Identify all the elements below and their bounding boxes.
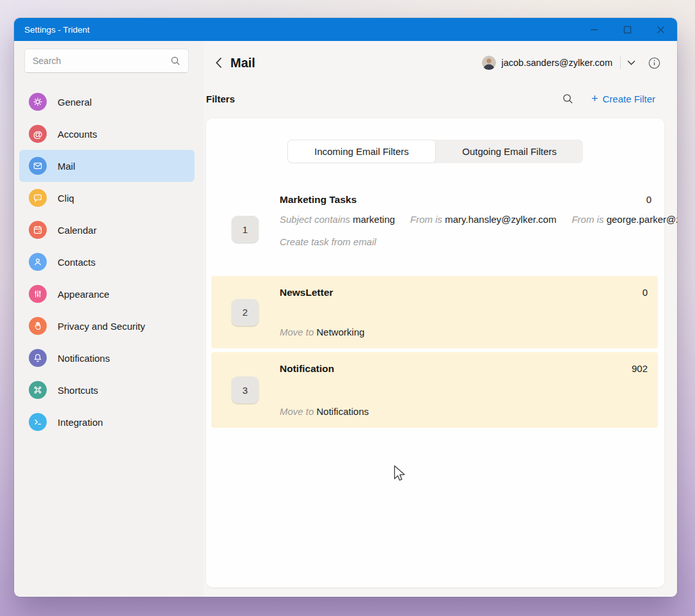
person-icon [29,253,47,271]
filter-name: Marketing Tasks [280,194,356,206]
sidebar-item-label: Appearance [58,289,109,300]
filter-name: NewsLetter [280,287,333,298]
envelope-icon [29,157,47,175]
sidebar-item-notifications[interactable]: Notifications [19,342,195,374]
sidebar-item-label: Cliq [58,193,74,204]
condition-label: Subject contains [280,214,350,225]
account-email: jacob.sanders@zylker.com [502,58,612,68]
sidebar-item-integration[interactable]: Integration [19,406,195,438]
filters-heading: Filters [206,93,235,104]
sidebar-item-general[interactable]: General [19,86,195,118]
maximize-button[interactable] [611,18,644,41]
sidebar-item-label: Mail [58,161,76,172]
condition-value: george.parker@zylker.com [607,214,677,225]
tab-incoming-email-filters[interactable]: Incoming Email Filters [287,140,436,163]
sidebar-item-accounts[interactable]: @ Accounts [19,118,195,150]
filter-order-handle[interactable]: 3 [232,377,259,403]
filter-name: Notification [280,363,334,375]
filter-row[interactable]: 2 NewsLetter 0 Move to Networking [211,276,658,348]
sidebar-item-label: Calendar [58,225,97,236]
calendar-icon [29,221,47,239]
filter-row[interactable]: 3 Notification 902 Move to Notifications [211,352,658,428]
page-title: Mail [230,56,255,70]
action-value: Notifications [317,406,369,417]
sidebar-item-cliq[interactable]: Cliq [19,182,195,214]
filter-order-handle[interactable]: 1 [232,216,259,243]
plus-icon: + [591,93,598,104]
sidebar-nav: General @ Accounts Mail Cliq [19,86,195,438]
sidebar-item-label: General [58,97,92,108]
window-controls [577,18,677,41]
chat-bubble-icon [29,189,47,207]
info-icon[interactable] [648,57,660,69]
sidebar-item-calendar[interactable]: Calendar [19,214,195,246]
window-title: Settings - Trident [24,25,90,35]
filter-list: 1 Marketing Tasks 0 Subject contains mar… [206,184,664,428]
sidebar-item-label: Shortcuts [58,385,98,396]
settings-sidebar: General @ Accounts Mail Cliq [14,41,204,597]
filter-action: Move to Notifications [280,406,648,417]
sidebar-item-appearance[interactable]: Appearance [19,278,195,310]
close-button[interactable] [644,18,677,41]
create-filter-label: Create Filter [602,93,655,104]
sidebar-item-label: Contacts [58,257,95,268]
action-label: Move to [280,406,314,417]
search-input[interactable] [33,56,170,66]
at-sign-icon: @ [29,125,47,143]
back-button[interactable] [210,54,227,71]
filter-count: 0 [643,287,648,298]
account-selector[interactable]: jacob.sanders@zylker.com [482,56,660,70]
action-label: Create task from email [280,236,376,247]
filter-count: 0 [646,194,651,205]
chevron-down-icon[interactable] [627,60,635,66]
mail-settings-panel: Mail jacob.sanders@zylker.com Fil [204,41,677,597]
filter-action: Create task from email [280,236,651,247]
bell-icon [29,349,47,367]
condition-label: From is [410,214,442,225]
minimize-button[interactable] [577,18,611,41]
sidebar-item-label: Privacy and Security [58,321,145,332]
settings-window: Settings - Trident [14,18,677,597]
filter-order-handle[interactable]: 2 [232,299,259,326]
terminal-icon [29,413,47,431]
sliders-icon [29,285,47,303]
hand-icon [29,317,47,335]
search-icon [170,56,180,66]
filter-count: 902 [632,363,648,374]
tab-outgoing-email-filters[interactable]: Outgoing Email Filters [436,140,583,163]
filters-toolbar: Filters + Create Filter [206,90,655,108]
sidebar-item-mail[interactable]: Mail [19,150,195,182]
filter-search-icon[interactable] [562,93,573,104]
action-label: Move to [280,327,314,337]
sidebar-item-shortcuts[interactable]: Shortcuts [19,374,195,406]
filter-tabs: Incoming Email Filters Outgoing Email Fi… [287,140,583,163]
condition-value: marketing [353,214,395,225]
sidebar-item-privacy-security[interactable]: Privacy and Security [19,310,195,342]
panel-header: Mail jacob.sanders@zylker.com [204,41,677,85]
sidebar-search[interactable] [24,49,189,73]
filter-conditions: Subject contains marketingFrom is mary.h… [280,212,638,227]
condition-label: From is [571,214,603,225]
filter-action: Move to Networking [280,327,648,337]
filters-card: Incoming Email Filters Outgoing Email Fi… [206,118,664,587]
gear-icon [29,93,47,111]
action-value: Networking [317,327,365,337]
titlebar: Settings - Trident [14,18,677,41]
command-icon [29,381,47,399]
divider [620,56,621,69]
condition-value: mary.hansley@zylker.com [445,214,556,225]
filter-row[interactable]: 1 Marketing Tasks 0 Subject contains mar… [206,184,664,274]
account-avatar [482,56,496,70]
sidebar-item-label: Integration [58,417,103,428]
sidebar-item-contacts[interactable]: Contacts [19,246,195,278]
sidebar-item-label: Accounts [58,129,97,140]
create-filter-button[interactable]: + Create Filter [591,93,655,104]
sidebar-item-label: Notifications [58,353,110,364]
